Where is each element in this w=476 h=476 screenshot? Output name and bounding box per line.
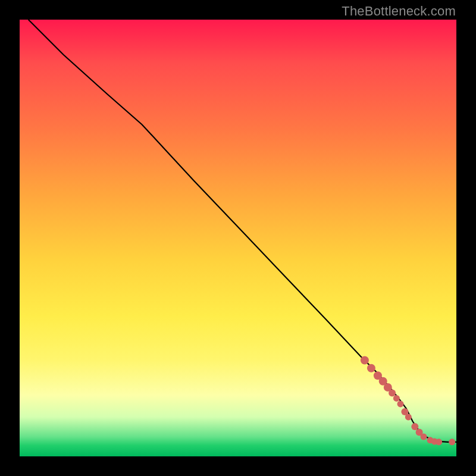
marker-flat-c <box>436 439 442 445</box>
bottleneck-curve <box>29 20 456 442</box>
plot-area <box>20 20 456 456</box>
marker-cluster-upper-start <box>361 356 369 365</box>
marker-cluster-upper-a <box>367 364 375 372</box>
marker-cluster-mid-b <box>397 400 404 407</box>
watermark-label: TheBottleneck.com <box>342 4 456 19</box>
chart-svg <box>20 20 456 456</box>
marker-cluster-mid-d <box>405 414 412 420</box>
marker-group <box>361 356 455 446</box>
marker-cluster-mid-a <box>393 395 400 402</box>
chart-frame: TheBottleneck.com <box>0 0 476 476</box>
marker-cluster-low-a <box>411 423 418 430</box>
marker-flat-gap <box>449 439 455 445</box>
marker-cluster-low-c <box>421 434 427 440</box>
marker-cluster-upper-e <box>389 390 396 397</box>
